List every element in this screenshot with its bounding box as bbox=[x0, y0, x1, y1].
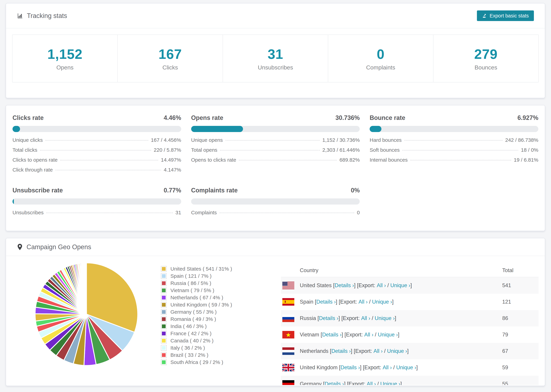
rate-title: Clicks rate bbox=[13, 114, 44, 121]
legend-swatch bbox=[161, 352, 167, 358]
rate-rows: Unsubscribes 31 bbox=[13, 210, 181, 220]
country-flag-icon bbox=[282, 282, 294, 289]
rate-value: 0% bbox=[351, 187, 360, 194]
rate-detail-row: Soft bounces 18 / 0% bbox=[370, 147, 538, 157]
export-all-link[interactable]: All › bbox=[364, 332, 373, 338]
stats-row: 1,152 Opens 167 Clicks 31 Unsubscribes 0… bbox=[12, 35, 539, 83]
tracking-stats-card: Tracking stats Export basic stats 1,152 … bbox=[6, 3, 545, 98]
rate-section: Bounce rate 6.927% Hard bounces 242 / 86… bbox=[370, 114, 538, 177]
table-row: Spain [ Details › ] [Export: All › / Uni… bbox=[281, 294, 538, 310]
export-unique-link[interactable]: Unique › bbox=[387, 348, 407, 354]
export-basic-stats-button[interactable]: Export basic stats bbox=[477, 10, 534, 21]
rate-detail-row: Complaints 0 bbox=[191, 210, 360, 220]
export-all-link[interactable]: All › bbox=[374, 348, 383, 354]
export-unique-link[interactable]: Unique › bbox=[396, 364, 416, 371]
total-cell: 55 bbox=[502, 381, 538, 385]
legend-label: Canada ( 40 / 2% ) bbox=[170, 338, 213, 343]
rate-detail-label: Unique clicks bbox=[13, 137, 43, 143]
stat-value: 31 bbox=[268, 46, 283, 62]
rate-section: Opens rate 30.736% Unique opens 1,152 / … bbox=[191, 114, 360, 177]
legend-swatch bbox=[161, 359, 167, 365]
export-all-link[interactable]: All › bbox=[383, 364, 392, 371]
export-unique-link[interactable]: Unique › bbox=[372, 299, 392, 305]
rate-detail-value: 31 bbox=[175, 210, 181, 216]
total-cell: 541 bbox=[502, 282, 538, 288]
export-unique-link[interactable]: Unique › bbox=[390, 282, 410, 288]
export-unique-link[interactable]: Unique › bbox=[380, 381, 400, 385]
export-all-link[interactable]: All › bbox=[361, 315, 370, 321]
legend-item: Vietnam ( 79 / 5% ) bbox=[161, 287, 232, 294]
rates-card: Clicks rate 4.46% Unique clicks 167 / 4.… bbox=[6, 105, 545, 231]
details-link[interactable]: Details › bbox=[319, 315, 339, 321]
table-row: Germany [ Details › ] [Export: All › / U… bbox=[281, 376, 538, 385]
details-link[interactable]: Details › bbox=[335, 282, 354, 288]
bracket-open: [ bbox=[316, 315, 319, 321]
legend-swatch bbox=[161, 316, 167, 322]
rate-detail-row: Unique clicks 167 / 4.456% bbox=[13, 137, 181, 147]
details-link[interactable]: Details › bbox=[316, 299, 336, 305]
rate-detail-label: Internal bounces bbox=[370, 157, 408, 163]
details-link[interactable]: Details › bbox=[325, 381, 344, 385]
legend-item: United States ( 541 / 31% ) bbox=[161, 265, 232, 273]
rate-detail-row: Click through rate 4.147% bbox=[13, 167, 181, 177]
bracket-mid: ] [Export: bbox=[354, 282, 377, 288]
rate-value: 0.77% bbox=[164, 187, 181, 194]
dotted-leader bbox=[220, 150, 320, 151]
bracket-close: ] bbox=[416, 364, 418, 371]
export-button-label: Export basic stats bbox=[490, 13, 529, 19]
country-flag-icon bbox=[282, 347, 294, 355]
slash: / bbox=[383, 348, 387, 354]
table-row: United States [ Details › ] [Export: All… bbox=[281, 277, 538, 294]
rate-value: 6.927% bbox=[517, 114, 538, 121]
details-link[interactable]: Details › bbox=[322, 332, 342, 338]
export-icon bbox=[482, 13, 487, 18]
rate-detail-value: 689.82% bbox=[339, 157, 360, 163]
rate-detail-label: Clicks to opens rate bbox=[13, 157, 57, 163]
stat-label: Unsubscribes bbox=[258, 64, 293, 71]
rate-detail-row: Total clicks 220 / 5.87% bbox=[13, 147, 181, 157]
dotted-leader bbox=[56, 170, 161, 170]
country-name: Germany bbox=[300, 381, 322, 385]
tracking-stats-header: Tracking stats Export basic stats bbox=[6, 3, 545, 28]
country-name: Spain bbox=[300, 299, 313, 305]
rate-detail-value: 14.497% bbox=[161, 157, 181, 163]
legend-swatch bbox=[161, 280, 167, 286]
country-flag-icon bbox=[282, 315, 294, 322]
rate-detail-label: Unique opens bbox=[191, 137, 223, 143]
country-cell: Spain [ Details › ] [Export: All › / Uni… bbox=[281, 298, 502, 306]
slash: / bbox=[367, 299, 372, 305]
rate-detail-value: 0 bbox=[357, 210, 360, 216]
export-all-link[interactable]: All › bbox=[359, 299, 367, 305]
total-cell: 79 bbox=[502, 332, 538, 338]
legend-item: Brazil ( 33 / 2% ) bbox=[161, 351, 232, 359]
export-all-link[interactable]: All › bbox=[377, 282, 386, 288]
rate-detail-row: Internal bounces 19 / 6.81% bbox=[370, 157, 538, 167]
country-cell: Russia [ Details › ] [Export: All › / Un… bbox=[281, 315, 502, 322]
rate-section: Complaints rate 0% Complaints 0 bbox=[191, 187, 360, 220]
bracket-close: ] bbox=[400, 381, 402, 385]
legend-label: France ( 42 / 2% ) bbox=[170, 331, 212, 336]
slash: / bbox=[373, 332, 378, 338]
bracket-mid: ] [Export: bbox=[360, 364, 383, 371]
dotted-leader bbox=[46, 213, 173, 213]
details-link[interactable]: Details › bbox=[340, 364, 360, 371]
legend-label: Netherlands ( 67 / 4% ) bbox=[170, 295, 223, 301]
bracket-mid: ] [Export: bbox=[339, 315, 361, 321]
slash: / bbox=[370, 315, 375, 321]
rate-section: Unsubscribe rate 0.77% Unsubscribes 31 bbox=[13, 187, 181, 220]
details-link[interactable]: Details › bbox=[331, 348, 351, 354]
tracking-stats-title: Tracking stats bbox=[27, 12, 67, 20]
export-unique-link[interactable]: Unique › bbox=[375, 315, 395, 321]
country-name: Netherlands bbox=[300, 348, 328, 354]
rate-detail-row: Clicks to opens rate 14.497% bbox=[13, 157, 181, 167]
dotted-leader bbox=[219, 213, 354, 213]
rate-title: Complaints rate bbox=[191, 187, 238, 194]
legend-item: Romania ( 49 / 3% ) bbox=[161, 315, 232, 323]
export-unique-link[interactable]: Unique › bbox=[378, 332, 398, 338]
geo-header: Campaign Geo Opens bbox=[6, 238, 545, 256]
country-cell: Germany [ Details › ] [Export: All › / U… bbox=[281, 380, 502, 385]
legend-label: Vietnam ( 79 / 5% ) bbox=[170, 287, 214, 293]
rate-detail-value: 242 / 86.738% bbox=[505, 137, 538, 143]
rate-detail-row: Opens to clicks rate 689.82% bbox=[191, 157, 360, 167]
export-all-link[interactable]: All › bbox=[367, 381, 376, 385]
